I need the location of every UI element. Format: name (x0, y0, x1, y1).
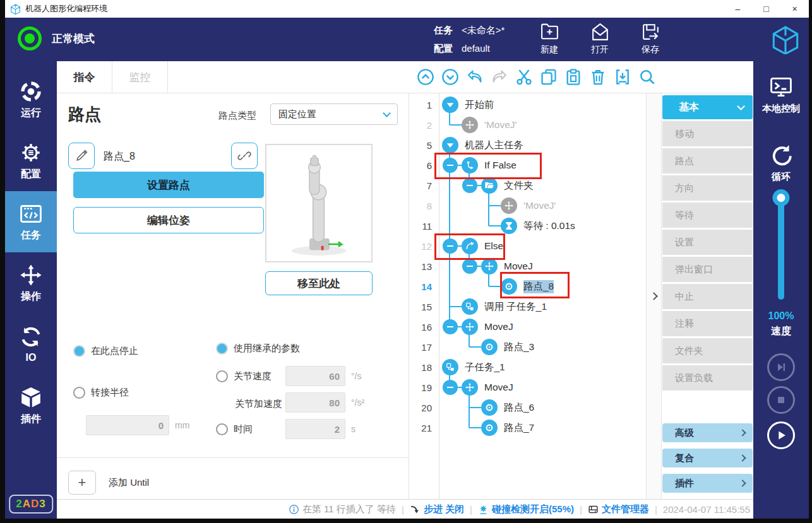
new-button[interactable]: 新建 (531, 21, 568, 56)
blend-radius-input[interactable] (86, 415, 169, 435)
palette-item-payload[interactable]: 设置负载 (662, 365, 753, 391)
step-forward-button[interactable] (767, 353, 795, 381)
palette-item-folder[interactable]: 文件夹 (662, 338, 753, 363)
redo-icon[interactable] (491, 68, 508, 86)
joint-speed-input[interactable] (285, 366, 345, 386)
expand-icon[interactable] (442, 97, 458, 113)
speed-percent: 100% (753, 310, 809, 322)
link-button[interactable] (231, 143, 258, 169)
cut-icon[interactable] (515, 68, 533, 86)
tab-instruction[interactable]: 指令 (57, 61, 112, 93)
stop-button[interactable] (767, 386, 795, 414)
tree-row[interactable]: 18 子任务_1 (409, 357, 646, 377)
collapse-icon[interactable] (443, 158, 458, 173)
panel-collapse-handle[interactable] (646, 93, 662, 499)
loop-icon[interactable] (769, 143, 793, 167)
insert-icon[interactable] (614, 68, 631, 86)
tree-row[interactable]: 16 MoveJ (409, 317, 646, 337)
step-mode-toggle[interactable]: 步进 关闭 (410, 503, 464, 515)
tree-row[interactable]: 20 路点_6 (409, 397, 646, 418)
set-waypoint-button[interactable]: 设置路点 (73, 172, 264, 198)
sidebar-item-plugin[interactable]: 插件 (5, 375, 57, 436)
brand-logo-icon (771, 25, 800, 54)
collision-detect-toggle[interactable]: 碰撞检测开启(55%) (478, 503, 574, 515)
step-arrow-icon (410, 504, 421, 515)
play-button[interactable] (767, 421, 795, 449)
palette-item-set[interactable]: 设置 (662, 230, 753, 255)
joint-speed-radio[interactable] (216, 370, 228, 382)
expand-icon[interactable] (442, 137, 458, 153)
tab-monitor[interactable]: 监控 (112, 61, 168, 93)
tree-toolbar (417, 68, 656, 86)
sidebar-item-config[interactable]: 配置 (5, 130, 57, 191)
palette-item-popup[interactable]: 弹出窗口 (662, 257, 753, 282)
tree-row[interactable]: 11 等待 : 0.01s (409, 216, 646, 236)
rename-button[interactable] (68, 143, 95, 169)
blend-radius-radio[interactable] (73, 387, 85, 399)
palette-item-wait[interactable]: 等待 (662, 203, 753, 228)
tree-row[interactable]: 1 开始前 (409, 95, 646, 115)
edit-pose-button[interactable]: 编辑位姿 (73, 207, 264, 233)
palette-item-move[interactable]: 移动 (662, 121, 753, 146)
paste-icon[interactable] (564, 68, 582, 86)
palette-group-plugin[interactable]: 插件 (662, 474, 753, 493)
sidebar-item-operate[interactable]: 操作 (5, 252, 57, 314)
palette-item-abort[interactable]: 中止 (662, 284, 753, 309)
undo-icon[interactable] (466, 68, 484, 86)
close-button[interactable]: × (780, 0, 809, 18)
collapse-icon[interactable] (462, 178, 477, 193)
terminal-icon[interactable] (769, 75, 793, 99)
instruction-palette: 基本 移动 路点 方向 等待 设置 弹出窗口 中止 注释 文件夹 设置负载 高级 (662, 93, 753, 499)
time-input[interactable] (285, 419, 345, 439)
save-button[interactable]: 保存 (632, 21, 669, 56)
subtask-icon (442, 359, 458, 375)
tree-row[interactable]: 17 路点_3 (409, 337, 646, 357)
palette-group-advanced[interactable]: 高级 (662, 423, 753, 442)
open-button[interactable]: 打开 (582, 21, 618, 56)
palette-item-waypoint[interactable]: 路点 (662, 148, 753, 173)
expand-all-icon[interactable] (441, 68, 459, 86)
collapse-icon[interactable] (443, 380, 458, 395)
tree-row[interactable]: 8 'MoveJ' (409, 196, 646, 216)
maximize-button[interactable]: □ (752, 0, 780, 18)
minimize-button[interactable]: – (724, 0, 752, 18)
tree-row[interactable]: 15 调用 子任务_1 (409, 297, 646, 317)
inherit-params-radio[interactable] (216, 343, 228, 355)
search-icon[interactable] (638, 68, 656, 86)
collapse-icon[interactable] (443, 238, 458, 254)
speed-slider-track[interactable] (778, 199, 784, 300)
palette-group-composite[interactable]: 复合 (662, 449, 753, 467)
collapse-icon[interactable] (443, 319, 458, 334)
tree-row-selected[interactable]: 14 路点_8 (409, 276, 646, 297)
joint-accel-input[interactable] (285, 392, 345, 413)
sidebar-item-task[interactable]: 任务 (5, 191, 57, 252)
time-radio[interactable] (216, 423, 228, 435)
palette-item-direction[interactable]: 方向 (662, 175, 753, 201)
collapse-icon[interactable] (462, 259, 477, 274)
collapse-all-icon[interactable] (417, 68, 434, 86)
tree-row[interactable]: 13 MoveJ (409, 256, 646, 276)
stop-icon (774, 393, 788, 407)
waypoint-icon (481, 339, 498, 355)
delete-icon[interactable] (589, 68, 607, 86)
waypoint-type-select[interactable]: 固定位置 (270, 103, 398, 125)
movej-icon (481, 258, 498, 274)
palette-item-comment[interactable]: 注释 (662, 311, 753, 336)
add-until-button[interactable]: + (68, 471, 96, 495)
sidebar-item-run[interactable]: 运行 (5, 69, 57, 130)
stop-here-label: 在此点停止 (91, 345, 138, 357)
tree-row[interactable]: 19 MoveJ (409, 377, 646, 397)
tree-row[interactable]: 5 机器人主任务 (409, 135, 646, 155)
tree-row-if[interactable]: 6 If False (409, 155, 646, 175)
file-manager-button[interactable]: 文件管理器 (588, 503, 649, 515)
sidebar-item-io[interactable]: IO (5, 314, 57, 375)
tree-row[interactable]: 21 路点_7 (409, 418, 646, 438)
speed-slider-handle[interactable] (773, 189, 790, 206)
move-here-button[interactable]: 移至此处 (265, 271, 373, 295)
palette-group-basic[interactable]: 基本 (662, 95, 753, 119)
tree-row[interactable]: 2 'MoveJ' (409, 115, 646, 135)
tree-row[interactable]: 7 文件夹 (409, 175, 646, 196)
copy-icon[interactable] (540, 68, 558, 86)
tree-row-else[interactable]: 12 Else (409, 236, 646, 256)
stop-here-radio[interactable] (73, 345, 85, 357)
